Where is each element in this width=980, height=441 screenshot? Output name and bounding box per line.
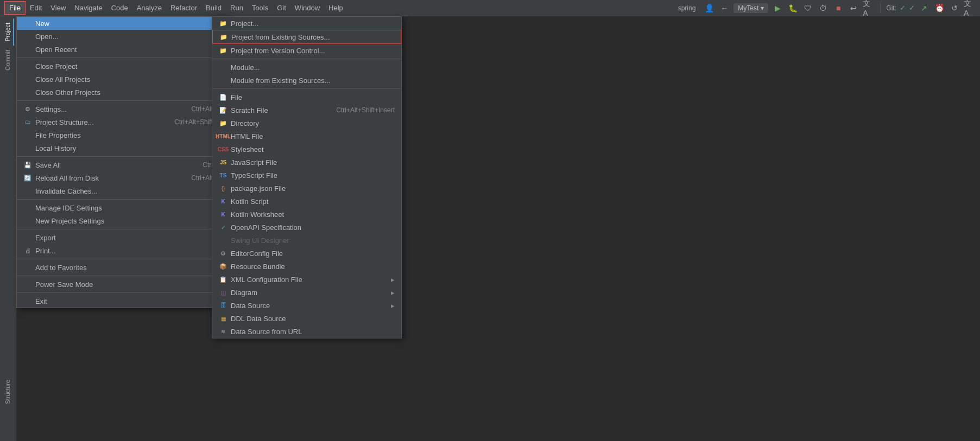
- print-icon: 🖨: [23, 246, 32, 255]
- menubar: File Edit View Navigate Code Analyze Ref…: [0, 0, 980, 16]
- submenu-item-project[interactable]: 📁 Project...: [212, 17, 401, 30]
- submenu-item-ddl-data-source[interactable]: ▦ DDL Data Source: [212, 312, 401, 325]
- menu-item-new-projects-settings[interactable]: New Projects Settings ▸: [17, 214, 227, 227]
- debug-icon[interactable]: 🐛: [787, 2, 799, 14]
- menu-item-file-properties[interactable]: File Properties ▸: [17, 129, 227, 142]
- submenu-item-xml-config[interactable]: 📋 XML Configuration File ▸: [212, 273, 401, 286]
- git-history-icon[interactable]: ⏰: [933, 2, 945, 14]
- help-menu-item[interactable]: Help: [324, 2, 347, 14]
- sidebar-tab-commit[interactable]: Commit: [2, 46, 14, 75]
- menu-item-close-project[interactable]: Close Project: [17, 60, 227, 73]
- submenu-item-directory[interactable]: 📁 Directory: [212, 117, 401, 130]
- submenu-item-package-json[interactable]: {} package.json File: [212, 182, 401, 195]
- submenu-item-file[interactable]: 📄 File: [212, 91, 401, 104]
- submenu-item-module[interactable]: Module...: [212, 61, 401, 74]
- menu-item-new[interactable]: New ▸: [17, 17, 227, 30]
- module-existing-icon: [219, 76, 227, 85]
- submenu-item-data-source[interactable]: 🗄 Data Source ▸: [212, 299, 401, 312]
- menu-item-file-properties-label: File Properties: [35, 131, 215, 139]
- git-translate-icon[interactable]: 文A: [964, 2, 976, 14]
- directory-icon: 📁: [219, 119, 227, 127]
- file-properties-icon: [23, 131, 32, 139]
- html-icon: HTML: [219, 132, 227, 140]
- submenu-item-project-vcs[interactable]: 📁 Project from Version Control...: [212, 44, 401, 57]
- build-menu-item[interactable]: Build: [201, 2, 226, 14]
- back-icon[interactable]: ←: [718, 2, 730, 14]
- submenu-item-ts[interactable]: TS TypeScript File: [212, 169, 401, 182]
- submenu-item-editorconfig[interactable]: ⚙ EditorConfig File: [212, 247, 401, 260]
- menu-item-exit-label: Exit: [35, 297, 221, 305]
- git-push-icon[interactable]: ↗: [918, 2, 930, 14]
- code-menu-item[interactable]: Code: [107, 2, 132, 14]
- submenu-item-openapi[interactable]: ✓ OpenAPI Specification: [212, 221, 401, 234]
- view-menu-item[interactable]: View: [46, 2, 70, 14]
- vcs-icon[interactable]: 👤: [703, 2, 715, 14]
- submenu-item-kotlin-worksheet[interactable]: K Kotlin Worksheet: [212, 208, 401, 221]
- navigate-menu-item[interactable]: Navigate: [70, 2, 106, 14]
- coverage-icon[interactable]: 🛡: [802, 2, 814, 14]
- menu-item-close-all[interactable]: Close All Projects: [17, 73, 227, 86]
- submenu-item-html[interactable]: HTML HTML File: [212, 130, 401, 143]
- git-menu-item[interactable]: Git: [273, 2, 290, 14]
- run-button[interactable]: ▶: [772, 2, 783, 14]
- ts-icon: TS: [219, 171, 227, 180]
- git-revert-icon[interactable]: ↺: [949, 2, 960, 14]
- submenu-item-resource-bundle[interactable]: 📦 Resource Bundle: [212, 260, 401, 273]
- menu-item-project-structure-label: Project Structure...: [35, 118, 174, 126]
- menu-item-add-to-favorites[interactable]: Add to Favorites ▸: [17, 261, 227, 274]
- git-checkmark2: ✓: [909, 4, 915, 12]
- toolbar-separator: [880, 3, 881, 13]
- menu-item-local-history[interactable]: Local History ▸: [17, 142, 227, 155]
- menu-item-reload[interactable]: 🔄 Reload All from Disk Ctrl+Alt+Y: [17, 171, 227, 184]
- project-icon: 📁: [219, 19, 227, 28]
- menu-item-open-label: Open...: [35, 33, 221, 41]
- menu-item-open-recent[interactable]: Open Recent ▸: [17, 43, 227, 56]
- submenu-item-module-label: Module...: [231, 63, 395, 72]
- run-menu-item[interactable]: Run: [226, 2, 248, 14]
- menu-item-project-structure[interactable]: 🗂 Project Structure... Ctrl+Alt+Shift+S: [17, 116, 227, 129]
- kotlin-script-icon: K: [219, 197, 227, 206]
- menu-item-power-save[interactable]: Power Save Mode: [17, 278, 227, 291]
- submenu-item-data-source-url[interactable]: ≋ Data Source from URL: [212, 325, 401, 338]
- menu-item-exit[interactable]: Exit: [17, 295, 227, 308]
- sidebar-tab-project[interactable]: Project: [2, 18, 14, 46]
- submenu-item-stylesheet[interactable]: CSS Stylesheet: [212, 143, 401, 156]
- file-menu-item[interactable]: File: [4, 1, 26, 15]
- project-name-label: spring: [678, 4, 696, 12]
- data-source-arrow: ▸: [391, 302, 395, 310]
- sidebar-tab-structure[interactable]: Structure: [2, 375, 14, 408]
- run-config-selector[interactable]: MyTest ▾: [734, 3, 768, 13]
- submenu-item-scratch-file[interactable]: 📝 Scratch File Ctrl+Alt+Shift+Insert: [212, 104, 401, 117]
- menu-item-print[interactable]: 🖨 Print...: [17, 244, 227, 257]
- submenu-item-kotlin-script[interactable]: K Kotlin Script: [212, 195, 401, 208]
- analyze-menu-item[interactable]: Analyze: [132, 2, 166, 14]
- menu-item-new-projects-settings-label: New Projects Settings: [35, 217, 215, 225]
- submenu-item-project-existing[interactable]: 📁 Project from Existing Sources...: [212, 30, 401, 44]
- submenu-item-directory-label: Directory: [231, 119, 395, 127]
- reload-icon: 🔄: [23, 174, 32, 182]
- tools-menu-item[interactable]: Tools: [248, 2, 273, 14]
- menu-item-settings[interactable]: ⚙ Settings... Ctrl+Alt+S: [17, 103, 227, 116]
- submenu-item-js[interactable]: JS JavaScript File: [212, 156, 401, 169]
- menu-item-close-other[interactable]: Close Other Projects: [17, 86, 227, 99]
- project-vcs-icon: 📁: [219, 46, 227, 55]
- close-other-icon: [23, 88, 32, 97]
- submenu-item-kotlin-worksheet-label: Kotlin Worksheet: [231, 210, 395, 219]
- submenu-item-module-existing[interactable]: Module from Existing Sources...: [212, 74, 401, 87]
- menu-item-export[interactable]: Export ▸: [17, 231, 227, 244]
- menu-item-manage-ide[interactable]: Manage IDE Settings ▸: [17, 201, 227, 214]
- refactor-menu-item[interactable]: Refactor: [166, 2, 201, 14]
- js-icon: JS: [219, 158, 227, 167]
- menu-item-invalidate[interactable]: Invalidate Caches...: [17, 184, 227, 197]
- submenu-item-diagram[interactable]: ◫ Diagram ▸: [212, 286, 401, 299]
- sep2: [17, 100, 227, 101]
- profile-icon[interactable]: ⏱: [817, 2, 829, 14]
- translate-icon[interactable]: 文A: [863, 2, 875, 14]
- submenu-item-project-existing-label: Project from Existing Sources...: [231, 33, 394, 41]
- menu-item-open[interactable]: Open...: [17, 30, 227, 43]
- window-menu-item[interactable]: Window: [290, 2, 324, 14]
- edit-menu-item[interactable]: Edit: [26, 2, 46, 14]
- stop-icon[interactable]: ■: [832, 2, 844, 14]
- undo-icon[interactable]: ↩: [848, 2, 859, 14]
- menu-item-save-all[interactable]: 💾 Save All Ctrl+S: [17, 158, 227, 171]
